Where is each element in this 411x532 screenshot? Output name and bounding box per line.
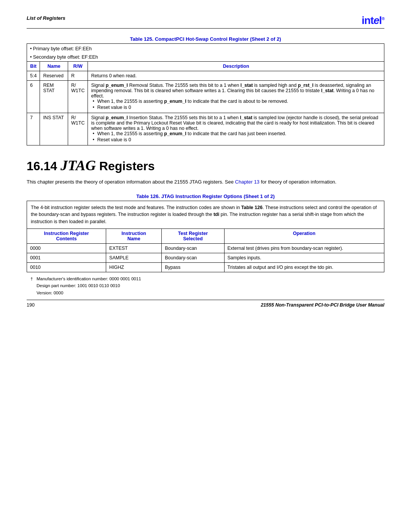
intro-suffix: for theory of operation information.: [261, 179, 336, 185]
table126-intro-row: The 4-bit instruction register selects t…: [27, 201, 384, 228]
table126-intro-cell: The 4-bit instruction register selects t…: [27, 201, 384, 228]
bullet-item: When 1, the 21555 is asserting p_enum_l …: [91, 131, 381, 136]
table-126: The 4-bit instruction register selects t…: [27, 201, 384, 272]
section-number: 16.14: [27, 159, 61, 173]
footnote-dagger: †: [30, 276, 35, 281]
test-reg-cell: Boundary-scan: [162, 253, 224, 262]
bit-cell: 6: [27, 81, 40, 113]
name-cell: REM STAT: [40, 81, 68, 113]
footer-doc-title: 21555 Non-Transparent PCI-to-PCI Bridge …: [261, 302, 384, 308]
section-title-suffix: Registers: [99, 159, 155, 173]
inst-name-cell: EXTEST: [106, 243, 162, 253]
footnote-indent: Design part number: 1001 0010 0110 0010: [30, 283, 120, 288]
bit-cell: 5:4: [27, 71, 40, 81]
desc-cell: Signal p_enum_l Insertion Status. The 21…: [88, 113, 384, 145]
rw-cell: R: [68, 71, 88, 81]
table126-header-row: Instruction RegisterContents Instruction…: [27, 228, 384, 243]
header-title: List of Registers: [27, 15, 65, 21]
operation-cell: External test (drives pins from boundary…: [224, 243, 384, 253]
footnote-line-1: Manufacturer's identification number: 00…: [37, 276, 141, 281]
pre-row-2: • Secondary byte offset: EF:EEh: [27, 53, 384, 62]
table-row: 5:4 Reserved R Returns 0 when read.: [27, 71, 384, 81]
col-rw: R/W: [68, 62, 88, 71]
intel-logo: intel®: [362, 15, 384, 26]
footnote-indent2: Version: 0000: [30, 291, 63, 295]
inst-name-cell: SAMPLE: [106, 253, 162, 262]
footnote: † Manufacturer's identification number: …: [27, 275, 384, 296]
table126-title: Table 126. JTAG Instruction Register Opt…: [27, 193, 384, 199]
page-footer: 190 21555 Non-Transparent PCI-to-PCI Bri…: [27, 300, 384, 308]
operation-cell: Tristates all output and I/O pins except…: [224, 262, 384, 272]
table-header-row: Bit Name R/W Description: [27, 62, 384, 71]
chapter13-link[interactable]: Chapter 13: [235, 179, 260, 185]
inst-name-cell: HIGHZ: [106, 262, 162, 272]
name-cell: INS STAT: [40, 113, 68, 145]
col-desc: Description: [88, 62, 384, 71]
jtag-label: JTAG: [61, 157, 96, 173]
table-row: 0000 EXTEST Boundary-scan External test …: [27, 243, 384, 253]
table-125: • Primary byte offset: EF:EEh • Secondar…: [27, 43, 384, 145]
contents-cell: 0001: [27, 253, 106, 262]
desc-cell: Signal p_enum_l Removal Status. The 2155…: [88, 81, 384, 113]
page-header: List of Registers intel®: [27, 15, 384, 29]
table-row: 0001 SAMPLE Boundary-scan Samples inputs…: [27, 253, 384, 262]
page: List of Registers intel® Table 125. Comp…: [0, 0, 411, 319]
table-row: 0010 HIGHZ Bypass Tristates all output a…: [27, 262, 384, 272]
pre-cell-1: • Primary byte offset: EF:EEh: [27, 44, 384, 53]
col-test-reg: Test RegisterSelected: [162, 228, 224, 243]
table-row: 7 INS STAT R/W1TC Signal p_enum_l Insert…: [27, 113, 384, 145]
desc-cell: Returns 0 when read.: [88, 71, 384, 81]
rw-cell: R/W1TC: [68, 81, 88, 113]
operation-cell: Samples inputs.: [224, 253, 384, 262]
contents-cell: 0000: [27, 243, 106, 253]
contents-cell: 0010: [27, 262, 106, 272]
footer-page-number: 190: [27, 302, 35, 308]
bit-cell: 7: [27, 113, 40, 145]
test-reg-cell: Boundary-scan: [162, 243, 224, 253]
intro-text: This chapter presents the theory of oper…: [27, 179, 234, 185]
name-cell: Reserved: [40, 71, 68, 81]
bullet-item: Reset value is 0: [91, 105, 381, 110]
table-row: 6 REM STAT R/W1TC Signal p_enum_l Remova…: [27, 81, 384, 113]
desc-bullets: When 1, the 21555 is asserting p_enum_l …: [91, 131, 381, 142]
col-name: Name: [40, 62, 68, 71]
table125-title: Table 125. CompactPCI Hot-Swap Control R…: [27, 36, 384, 42]
col-inst-name: InstructionName: [106, 228, 162, 243]
col-contents: Instruction RegisterContents: [27, 228, 106, 243]
pre-cell-2: • Secondary byte offset: EF:EEh: [27, 53, 384, 62]
bullet-item: Reset value is 0: [91, 137, 381, 142]
bullet-item: When 1, the 21555 is asserting p_enum_l …: [91, 99, 381, 104]
rw-cell: R/W1TC: [68, 113, 88, 145]
pre-row-1: • Primary byte offset: EF:EEh: [27, 44, 384, 53]
section-intro: This chapter presents the theory of oper…: [27, 178, 384, 186]
col-bit: Bit: [27, 62, 40, 71]
section-heading: 16.14 JTAG Registers: [27, 157, 384, 174]
test-reg-cell: Bypass: [162, 262, 224, 272]
col-operation: Operation: [224, 228, 384, 243]
desc-bullets: When 1, the 21555 is asserting p_enum_l …: [91, 99, 381, 110]
